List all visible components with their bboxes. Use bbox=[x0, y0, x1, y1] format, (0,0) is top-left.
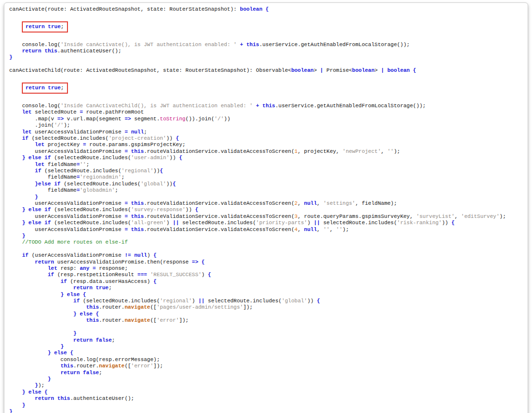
code-block: canActivate(route: ActivatedRouteSnapsho… bbox=[9, 6, 525, 413]
code-line: return this.authenticateUser(); bbox=[9, 396, 525, 402]
code-line bbox=[9, 246, 525, 252]
code-line: if (userAccessValidationPromise != null)… bbox=[9, 252, 525, 259]
code-line: } bbox=[9, 376, 525, 382]
highlight-box: return true; bbox=[22, 83, 67, 94]
code-line: return false; bbox=[9, 370, 525, 376]
code-line: userAccessValidationPromise = this.route… bbox=[9, 227, 525, 233]
code-line: let resp: any = response; bbox=[9, 265, 525, 272]
code-line bbox=[9, 74, 525, 81]
code-line: fieldName='globadmin'; bbox=[9, 187, 525, 194]
code-line: if (selectedRoute.includes('project-crea… bbox=[9, 135, 525, 142]
code-line: let projectKey = route.params.gspimsProj… bbox=[9, 142, 525, 148]
code-line: } else { bbox=[9, 311, 525, 317]
code-line: }else if (selectedRoute.includes('global… bbox=[9, 181, 525, 187]
code-line: } bbox=[9, 402, 525, 409]
code-line: } else { bbox=[9, 389, 525, 396]
code-line: .map(v => v.url.map(segment => segment.t… bbox=[9, 116, 525, 122]
code-line: if (selectedRoute.includes('regional')){ bbox=[9, 168, 525, 174]
code-line: return true; bbox=[9, 21, 525, 33]
code-line: console.log('Inside canActivate(), is JW… bbox=[9, 42, 525, 48]
code-line: canActivate(route: ActivatedRouteSnapsho… bbox=[9, 6, 525, 13]
code-line: let selectedRoute = route.pathFromRoot bbox=[9, 109, 525, 116]
code-line: } bbox=[9, 54, 525, 61]
code-line: if (resp.restpetitionResult === 'RESULT_… bbox=[9, 272, 525, 278]
code-line: console.log('Inside CanActivateChild(), … bbox=[9, 103, 525, 109]
code-line: } else if (selectedRoute.includes('all-g… bbox=[9, 220, 525, 226]
code-line: fieldName='regionadmin'; bbox=[9, 174, 525, 181]
code-line: userAccessValidationPromise = this.route… bbox=[9, 200, 525, 207]
code-line: userAccessValidationPromise = this.route… bbox=[9, 149, 525, 155]
code-line: } bbox=[9, 233, 525, 239]
code-line: } else if (selectedRoute.includes('surve… bbox=[9, 207, 525, 213]
code-line: let userAccessValidationPromise = null; bbox=[9, 129, 525, 135]
code-line: canActivateChild(route: ActivatedRouteSn… bbox=[9, 67, 525, 74]
code-line: this.router.navigate(['error']); bbox=[9, 363, 525, 369]
code-line: } else if (selectedRoute.includes('user-… bbox=[9, 155, 525, 161]
code-line: if (selectedRoute.includes('regional') |… bbox=[9, 298, 525, 304]
code-line: return false; bbox=[9, 337, 525, 344]
code-line: return true; bbox=[9, 285, 525, 291]
code-line bbox=[9, 13, 525, 19]
document-frame: canActivate(route: ActivatedRouteSnapsho… bbox=[4, 2, 528, 413]
code-line: } bbox=[9, 344, 525, 350]
code-line: } bbox=[9, 194, 525, 200]
code-line: let fieldName=''; bbox=[9, 162, 525, 168]
code-line bbox=[9, 96, 525, 102]
code-line: //TODO Add more routes on else-if bbox=[9, 239, 525, 246]
code-line: } bbox=[9, 330, 525, 337]
code-line: this.router.navigate(['pages/user-admin/… bbox=[9, 304, 525, 311]
code-line: } bbox=[9, 409, 525, 413]
code-line: userAccessValidationPromise = this.route… bbox=[9, 214, 525, 220]
code-line: } else { bbox=[9, 350, 525, 356]
code-line: return userAccessValidationPromise.then(… bbox=[9, 259, 525, 265]
code-line: if (resp.data.userHasAccess) { bbox=[9, 279, 525, 285]
code-line: return true; bbox=[9, 82, 525, 94]
code-line bbox=[9, 35, 525, 41]
code-line bbox=[9, 324, 525, 330]
code-line: console.log(resp.errorMessage); bbox=[9, 357, 525, 363]
code-line: return this.authenticateUser(); bbox=[9, 48, 525, 54]
code-line: this.router.navigate(['error']); bbox=[9, 317, 525, 324]
highlight-box: return true; bbox=[22, 21, 67, 33]
code-line: }); bbox=[9, 382, 525, 389]
code-line: .join('/'); bbox=[9, 122, 525, 129]
code-line bbox=[9, 61, 525, 67]
code-line: } else { bbox=[9, 292, 525, 298]
